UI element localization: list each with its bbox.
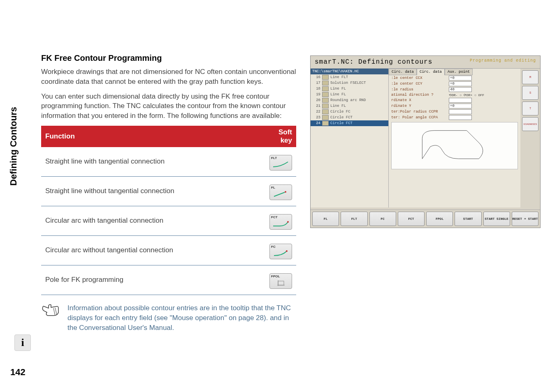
table-row: Circular arc without tangential connecti… bbox=[41, 235, 296, 265]
tab-aux-point[interactable]: Aux. point bbox=[445, 69, 473, 75]
softkeys-row: FL FLT FC FCT FPOL START START SINGLE RE… bbox=[311, 210, 540, 228]
sk-reset-start[interactable]: RESET + START bbox=[512, 212, 538, 226]
function-table: Function Soft key Straight line with tan… bbox=[41, 126, 296, 295]
hand-pointing-icon bbox=[41, 303, 60, 318]
sk-start-single[interactable]: START SINGLE bbox=[483, 212, 510, 226]
field-radius[interactable]: 40 bbox=[449, 87, 472, 92]
app-title-text: smarT.NC: Defining contours bbox=[315, 58, 432, 66]
paragraph-1: Workpiece drawings that are not dimensio… bbox=[41, 67, 296, 87]
info-glyph: i bbox=[21, 337, 24, 349]
tab-circ-data[interactable]: Circ. data bbox=[389, 69, 417, 75]
sk-start[interactable]: START bbox=[455, 212, 481, 226]
note-text: Information about possible contour entri… bbox=[67, 303, 296, 332]
list-item[interactable]: 17Solution FSELECT bbox=[311, 80, 388, 86]
fn-cell: Circular arc with tangential connection bbox=[41, 206, 263, 235]
field-ccx[interactable]: +0 bbox=[449, 76, 472, 81]
field-x[interactable] bbox=[449, 98, 472, 103]
form-panel: Circ. data Circ. data Aux. point :le cen… bbox=[389, 69, 520, 208]
paragraph-2: You can enter such dimensional data dire… bbox=[41, 92, 296, 121]
sk-fpol[interactable]: FPOL bbox=[426, 212, 453, 226]
list-item[interactable]: 19Line FL bbox=[311, 92, 388, 97]
list-item[interactable]: 22Circle FC bbox=[311, 109, 388, 115]
svg-point-3 bbox=[286, 250, 288, 252]
app-titlebar: smarT.NC: Defining contours Programming … bbox=[311, 56, 540, 69]
page-number: 142 bbox=[10, 367, 26, 378]
table-row: Straight line without tangential connect… bbox=[41, 176, 296, 206]
list-item[interactable]: 18Line FL bbox=[311, 86, 388, 92]
side-icon-column: M S T DIAGNOSIS bbox=[520, 69, 540, 208]
fn-cell: Pole for FK programming bbox=[41, 265, 263, 295]
fn-cell: Straight line with tangential connection bbox=[41, 147, 263, 177]
tab-circ-data-2[interactable]: Circ. data bbox=[417, 69, 445, 75]
svg-point-2 bbox=[287, 221, 289, 223]
list-item[interactable]: 23Circle FCT bbox=[311, 115, 388, 120]
svg-line-0 bbox=[274, 192, 285, 196]
softkey-fl[interactable]: FL bbox=[269, 184, 292, 200]
field-y[interactable]: +0 bbox=[449, 104, 472, 108]
table-row: Pole for FK programming FPOL bbox=[41, 265, 296, 295]
list-item[interactable]: 20Rounding arc RND bbox=[311, 97, 388, 103]
file-path: TNC:\smarTNC\HAKEN.HC bbox=[311, 69, 388, 74]
icon-t[interactable]: T bbox=[522, 101, 538, 115]
app-window: smarT.NC: Defining contours Programming … bbox=[310, 55, 541, 228]
sk-fl[interactable]: FL bbox=[312, 212, 339, 226]
app-mode: Programming and editing bbox=[470, 58, 536, 66]
icon-m[interactable]: M bbox=[522, 70, 538, 84]
sk-flt[interactable]: FLT bbox=[341, 212, 367, 226]
field-ccpa[interactable] bbox=[449, 115, 472, 120]
svg-line-7 bbox=[53, 308, 55, 316]
softkey-flt[interactable]: FLT bbox=[269, 155, 292, 171]
th-softkey: Soft key bbox=[263, 126, 296, 147]
svg-rect-4 bbox=[278, 281, 284, 285]
softkey-fc[interactable]: FC bbox=[269, 244, 292, 259]
fn-cell: Straight line without tangential connect… bbox=[41, 176, 263, 206]
field-ccpr[interactable] bbox=[449, 109, 472, 114]
field-ccy[interactable]: +0 bbox=[449, 81, 472, 86]
section-heading: FK Free Contour Programming bbox=[41, 53, 296, 63]
softkey-fpol[interactable]: FPOL bbox=[269, 273, 292, 289]
softkey-fct[interactable]: FCT bbox=[269, 214, 292, 230]
icon-s[interactable]: S bbox=[522, 86, 538, 100]
note-box: Information about possible contour entri… bbox=[41, 303, 296, 332]
table-row: Circular arc with tangential connection … bbox=[41, 206, 296, 235]
sidebar-tab: Defining Contours bbox=[8, 107, 19, 186]
svg-line-8 bbox=[55, 308, 57, 315]
svg-point-1 bbox=[285, 191, 286, 193]
program-tree: TNC:\smarTNC\HAKEN.HC 16Line FLT 17Solut… bbox=[311, 69, 389, 208]
sk-fct[interactable]: FCT bbox=[398, 212, 425, 226]
list-item[interactable]: 16Line FLT bbox=[311, 74, 388, 80]
list-item-selected[interactable]: 24Circle FCT bbox=[311, 120, 388, 126]
preview-canvas bbox=[391, 122, 518, 169]
form-tabs: Circ. data Circ. data Aux. point bbox=[389, 69, 520, 75]
list-item[interactable]: 21Line FL bbox=[311, 103, 388, 109]
info-icon: i bbox=[14, 334, 31, 351]
th-function: Function bbox=[41, 126, 263, 147]
main-content: FK Free Contour Programming Workpiece dr… bbox=[41, 53, 296, 332]
table-row: Straight line with tangential connection… bbox=[41, 147, 296, 177]
fn-cell: Circular arc without tangential connecti… bbox=[41, 235, 263, 265]
icon-diagnosis[interactable]: DIAGNOSIS bbox=[522, 117, 538, 131]
sk-fc[interactable]: FC bbox=[369, 212, 396, 226]
